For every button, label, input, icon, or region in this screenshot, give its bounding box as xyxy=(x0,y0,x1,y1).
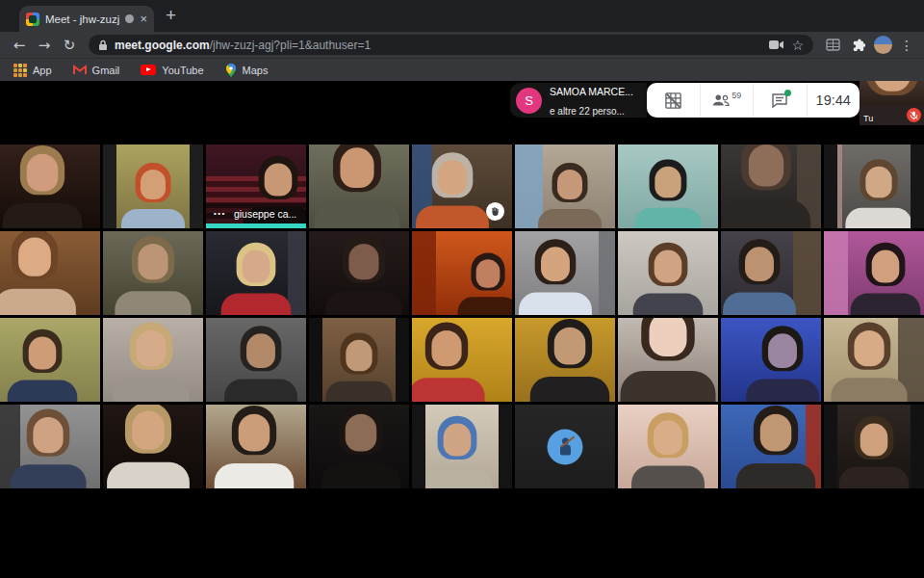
bookmark-star-icon[interactable]: ☆ xyxy=(791,38,804,53)
pillarbox-bar xyxy=(103,144,116,228)
clock: 19:44 xyxy=(807,83,860,118)
participant-tile[interactable] xyxy=(412,318,512,402)
meet-top-toolbar: 59 19:44 xyxy=(647,83,860,118)
participant-figure xyxy=(829,323,910,402)
participants-button[interactable]: 59 xyxy=(700,83,754,118)
participant-tile[interactable] xyxy=(824,231,924,315)
camera-in-use-icon[interactable] xyxy=(769,39,784,50)
participant-tile[interactable] xyxy=(721,405,821,488)
participant-figure xyxy=(631,243,706,315)
participant-figure xyxy=(113,236,193,315)
apps-grid-icon xyxy=(13,64,27,77)
bookmark-maps[interactable]: Maps xyxy=(225,64,269,77)
pillarbox-bar xyxy=(824,405,837,488)
participant-tile[interactable] xyxy=(412,144,512,228)
extension-gridview-icon[interactable] xyxy=(821,39,844,51)
tab-title: Meet - jhw-zuzj-agj xyxy=(45,13,119,25)
participant-tile[interactable] xyxy=(206,405,306,488)
participant-tile[interactable] xyxy=(309,144,409,228)
tab-strip: Meet - jhw-zuzj-agj × + xyxy=(0,0,924,32)
bookmark-gmail[interactable]: Gmail xyxy=(73,65,120,76)
participant-figure xyxy=(837,416,911,488)
participant-figure xyxy=(323,236,404,315)
participant-tile[interactable] xyxy=(0,231,100,315)
tab-meet[interactable]: Meet - jhw-zuzj-agj × xyxy=(19,6,154,32)
participant-figure xyxy=(618,318,718,402)
bookmark-youtube[interactable]: YouTube xyxy=(141,65,203,76)
raised-hand-badge xyxy=(486,202,504,221)
participant-tile[interactable] xyxy=(721,231,821,315)
new-tab-button[interactable]: + xyxy=(166,5,176,26)
participant-tile[interactable] xyxy=(103,231,203,315)
participant-tile[interactable] xyxy=(309,318,409,402)
tab-close-icon[interactable]: × xyxy=(140,13,147,25)
address-bar[interactable]: meet.google.com/jhw-zuzj-agj?pli=1&authu… xyxy=(89,35,813,55)
participant-figure xyxy=(843,159,914,228)
participant-tile[interactable] xyxy=(721,318,821,402)
participants-summary[interactable]: S SAMOA MARCE... e altre 22 perso... xyxy=(510,83,647,118)
reload-button[interactable]: ↻ xyxy=(58,37,81,54)
browser-profile-avatar[interactable] xyxy=(874,36,892,54)
participant-name: giuseppe ca... xyxy=(234,208,296,220)
participant-tile[interactable] xyxy=(515,231,615,315)
participant-tile[interactable] xyxy=(618,405,718,488)
participant-figure xyxy=(629,412,707,488)
chat-unread-badge xyxy=(784,90,791,96)
lock-icon[interactable] xyxy=(98,39,108,51)
participant-tile[interactable] xyxy=(824,405,924,488)
gmail-icon xyxy=(73,65,87,75)
participant-tile[interactable] xyxy=(412,405,512,488)
participant-figure xyxy=(516,239,594,315)
participant-tile[interactable] xyxy=(618,144,718,228)
participant-tile[interactable] xyxy=(515,144,615,228)
participant-figure xyxy=(5,329,79,402)
participant-tile[interactable] xyxy=(721,144,821,228)
participants-others-label: e altre 22 perso... xyxy=(550,106,625,117)
youtube-icon xyxy=(141,65,156,75)
url-domain: meet.google.com xyxy=(115,39,210,52)
participant-tile[interactable] xyxy=(824,318,924,402)
participant-figure xyxy=(536,163,603,228)
meet-favicon xyxy=(26,13,39,26)
participant-tile[interactable] xyxy=(515,405,615,488)
participant-figure xyxy=(849,243,923,315)
participant-tile[interactable] xyxy=(309,231,409,315)
chat-button[interactable] xyxy=(753,83,807,118)
browser-menu-icon[interactable]: ⋮ xyxy=(897,38,916,53)
participant-tile[interactable] xyxy=(0,144,100,228)
browser-toolbar: ← → ↻ meet.google.com/jhw-zuzj-agj?pli=1… xyxy=(0,32,924,58)
forward-button[interactable]: → xyxy=(33,37,56,54)
url-text: meet.google.com/jhw-zuzj-agj?pli=1&authu… xyxy=(115,39,762,52)
participant-tile[interactable] xyxy=(618,318,718,402)
participant-figure xyxy=(219,243,294,315)
participant-tile[interactable] xyxy=(103,318,203,402)
participant-figure xyxy=(312,144,403,228)
participant-tile[interactable]: •••giuseppe ca... xyxy=(206,144,306,228)
back-button[interactable]: ← xyxy=(8,37,31,54)
extensions-puzzle-icon[interactable] xyxy=(846,38,869,52)
tab-media-indicator-icon xyxy=(125,14,134,23)
participant-tile[interactable] xyxy=(206,231,306,315)
participant-tile[interactable] xyxy=(206,318,306,402)
participant-count: 59 xyxy=(732,91,741,100)
participant-tile[interactable] xyxy=(103,144,203,228)
bookmark-app[interactable]: App xyxy=(13,64,52,77)
participant-tile[interactable] xyxy=(309,405,409,488)
maps-icon xyxy=(225,64,237,77)
participant-figure xyxy=(420,416,494,488)
room-accent xyxy=(412,231,436,315)
participant-figure xyxy=(111,323,192,402)
participant-tile[interactable] xyxy=(0,405,100,488)
participant-tile[interactable] xyxy=(824,144,924,228)
pillarbox-bar xyxy=(396,318,409,402)
participant-tile[interactable] xyxy=(515,318,615,402)
change-layout-button[interactable] xyxy=(647,83,700,118)
room-accent xyxy=(824,231,848,315)
participant-tile[interactable] xyxy=(103,405,203,488)
participant-tile[interactable] xyxy=(0,318,100,402)
tile-menu-icon[interactable]: ••• xyxy=(214,209,226,218)
participant-tile[interactable] xyxy=(618,231,718,315)
participant-tile[interactable] xyxy=(412,231,512,315)
video-grid: •••giuseppe ca... xyxy=(0,144,924,488)
self-view-thumbnail[interactable]: Tu xyxy=(860,81,924,125)
